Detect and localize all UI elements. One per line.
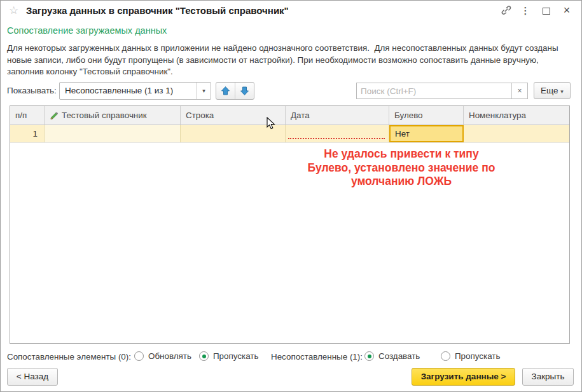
back-button[interactable]: < Назад [7, 368, 58, 386]
arrow-down-icon [240, 86, 249, 96]
radio-label: Пропускать [213, 351, 258, 361]
col-header-num[interactable]: п/п [10, 106, 45, 125]
col-label: Номенклатура [469, 111, 526, 120]
unmatched-label: Несопоставленные (1): [271, 352, 363, 362]
table-header-row: п/п Тестовый справочник Строка Дата Буле… [10, 106, 569, 125]
radio-unmatched-skip[interactable]: Пропускать [441, 351, 500, 361]
arrow-up-icon [221, 86, 230, 96]
cell-test-catalog[interactable] [45, 125, 181, 142]
close-button[interactable]: × [558, 3, 575, 18]
cell-date[interactable] [286, 125, 389, 142]
pencil-icon [50, 111, 59, 120]
radio-icon [441, 351, 450, 361]
app-window: ☆ Загрузка данных в справочник "Тестовый… [0, 0, 582, 392]
link-icon [501, 4, 512, 16]
radio-label: Пропускать [455, 351, 500, 361]
col-header-boolean[interactable]: Булево [389, 106, 464, 125]
search-clear-icon[interactable]: × [511, 83, 527, 98]
navigate-arrows [216, 82, 254, 100]
more-label: Еще [541, 86, 558, 95]
radio-matched-skip[interactable]: Пропускать [199, 351, 258, 361]
annotation-line: Булево, установлено значение по [204, 161, 582, 175]
window-title: Загрузка данных в справочник "Тестовый с… [26, 5, 289, 16]
filter-value: Несопоставленные (1 из 1) [65, 86, 173, 95]
error-annotation: Не удалось привести к типу Булево, устан… [204, 147, 582, 189]
col-label: Дата [291, 111, 310, 120]
radio-matched-update[interactable]: Обновлять [134, 351, 191, 361]
col-label: Строка [186, 111, 214, 120]
radio-icon-checked [199, 351, 209, 361]
section-title: Сопоставление загружаемых данных [7, 25, 167, 36]
radio-label: Создавать [378, 351, 420, 361]
col-label: Булево [394, 111, 423, 120]
cell-num[interactable]: 1 [10, 125, 45, 142]
col-header-date[interactable]: Дата [286, 106, 389, 125]
maximize-button[interactable] [538, 3, 555, 18]
next-unmatched-button[interactable] [235, 83, 254, 99]
search-box: × [356, 83, 528, 99]
radio-icon [134, 351, 144, 361]
search-input[interactable] [357, 83, 511, 98]
titlebar: ☆ Загрузка данных в справочник "Тестовый… [1, 1, 581, 21]
date-error-underline [288, 138, 385, 139]
col-label: п/п [15, 111, 27, 120]
table-row[interactable]: 1 Нет [10, 125, 569, 143]
radio-unmatched-create[interactable]: Создавать [364, 351, 420, 361]
description-text: Для некоторых загруженных данных в прило… [7, 43, 572, 78]
col-header-test-catalog[interactable]: Тестовый справочник [45, 106, 181, 125]
matched-label: Сопоставленные элементы (0): [7, 352, 131, 362]
more-button[interactable]: Еще ▾ [534, 82, 571, 99]
col-label: Тестовый справочник [62, 111, 147, 120]
mapping-table: п/п Тестовый справочник Строка Дата Буле… [10, 105, 570, 344]
annotation-line: умолчанию ЛОЖЬ [204, 175, 582, 189]
radio-icon-checked [364, 351, 374, 361]
footer-options: Сопоставленные элементы (0): Обновлять П… [1, 351, 581, 363]
get-link-icon[interactable] [498, 4, 515, 20]
load-data-button[interactable]: Загрузить данные > [412, 368, 515, 386]
favorite-star-icon[interactable]: ☆ [9, 5, 18, 17]
filter-combobox[interactable]: Несопоставленные (1 из 1) ▾ [59, 82, 211, 100]
close-form-button[interactable]: Закрыть [522, 368, 574, 386]
mouse-cursor [267, 117, 277, 131]
annotation-line: Не удалось привести к типу [204, 147, 582, 161]
cell-boolean-selected[interactable]: Нет [389, 125, 464, 142]
prev-unmatched-button[interactable] [216, 83, 235, 99]
chevron-down-icon: ▾ [560, 88, 564, 95]
menu-kebab-icon[interactable]: ⋮ [517, 3, 534, 18]
radio-label: Обновлять [148, 351, 191, 361]
cell-nomenclature[interactable] [464, 125, 569, 142]
show-label: Показывать: [7, 86, 57, 95]
col-header-nomenclature[interactable]: Номенклатура [464, 106, 569, 125]
maximize-icon [543, 8, 550, 15]
chevron-down-icon[interactable]: ▾ [197, 83, 211, 99]
